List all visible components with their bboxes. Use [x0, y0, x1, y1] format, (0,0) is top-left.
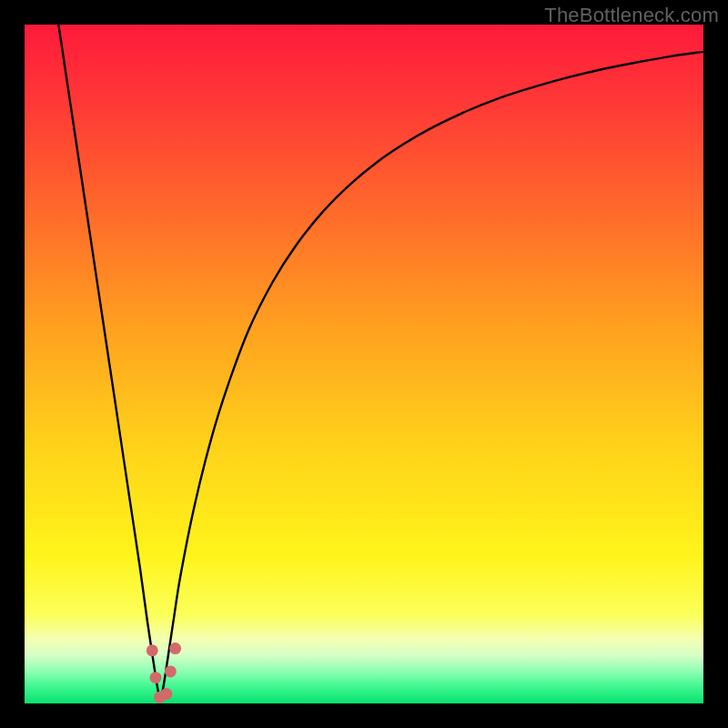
marker-bottom-r: [160, 688, 172, 700]
chart-svg: [25, 25, 703, 703]
plot-area: [25, 25, 703, 703]
chart-frame: TheBottleneck.com: [0, 0, 728, 728]
watermark: TheBottleneck.com: [544, 4, 719, 27]
marker-left-top: [147, 644, 158, 656]
marker-right-mid: [165, 665, 177, 677]
gradient-background: [25, 25, 703, 703]
marker-left-mid: [149, 672, 161, 683]
marker-right-top: [169, 642, 181, 654]
